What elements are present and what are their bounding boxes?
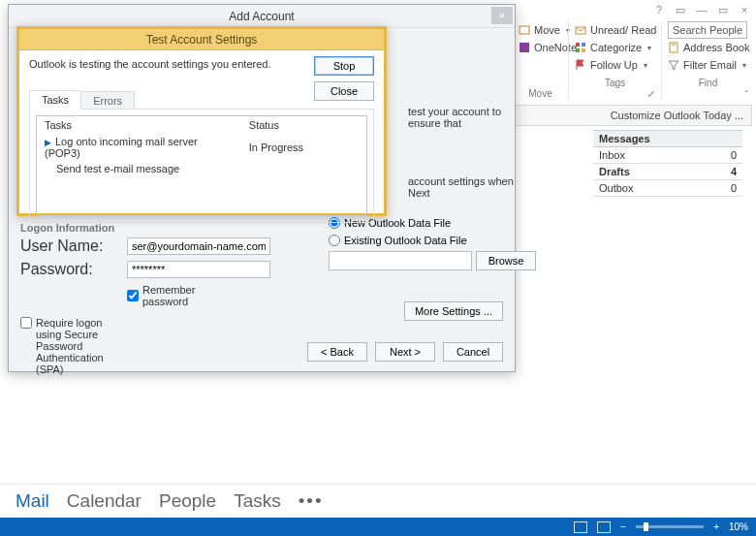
filter-email-button[interactable]: Filter Email▾ xyxy=(668,56,748,74)
nav-people[interactable]: People xyxy=(159,490,216,512)
svg-rect-3 xyxy=(576,43,580,47)
dialog-close-button[interactable]: × xyxy=(491,7,513,24)
hint-text-1: test your account to ensure that xyxy=(408,106,515,129)
more-settings-button[interactable]: More Settings ... xyxy=(404,301,503,321)
followup-button[interactable]: Follow Up▾ xyxy=(575,56,655,74)
wizard-buttons: < Back Next > Cancel xyxy=(307,342,503,362)
ribbon-group-move: Move▾ OneNote Move xyxy=(512,21,568,99)
svg-rect-4 xyxy=(582,43,585,47)
close-icon[interactable]: × xyxy=(739,4,750,16)
remember-password-checkbox[interactable]: Remember password xyxy=(127,284,234,307)
table-row: Inbox0 xyxy=(593,147,742,164)
view-reading-icon[interactable] xyxy=(597,521,611,533)
table-row: Send test e-mail message xyxy=(37,161,366,176)
group-label-find: Find xyxy=(668,76,748,88)
messages-heading: Messages xyxy=(593,130,742,147)
table-row: Outbox0 xyxy=(593,180,742,197)
password-input[interactable] xyxy=(127,261,270,278)
test-account-settings-dialog: Test Account Settings Outlook is testing… xyxy=(16,26,387,216)
test-tabstrip: Tasks Errors TasksStatus ▶Log onto incom… xyxy=(29,89,374,223)
back-button[interactable]: < Back xyxy=(307,342,367,362)
table-row: ▶Log onto incoming mail server (POP3)In … xyxy=(37,134,366,161)
table-row: Drafts4 xyxy=(593,164,742,180)
nav-mail[interactable]: Mail xyxy=(16,490,49,512)
logon-heading: Logon Information xyxy=(20,222,311,234)
onenote-button[interactable]: OneNote xyxy=(519,39,562,56)
logon-section: Logon Information User Name: Password: R… xyxy=(20,218,311,381)
svg-rect-5 xyxy=(576,48,580,52)
nav-calendar[interactable]: Calendar xyxy=(67,490,142,512)
test-dialog-title: Test Account Settings xyxy=(19,29,384,50)
data-file-path-input[interactable] xyxy=(329,251,472,270)
maximize-icon[interactable]: ▭ xyxy=(717,4,729,16)
stop-button[interactable]: Stop xyxy=(314,56,374,76)
status-bar: − + 10% xyxy=(0,518,756,536)
zoom-in-icon[interactable]: + xyxy=(713,521,719,532)
next-button[interactable]: Next > xyxy=(375,342,435,362)
move-button[interactable]: Move▾ xyxy=(519,21,562,39)
messages-table: Inbox0 Drafts4 Outbox0 xyxy=(593,147,742,197)
customize-outlook-today[interactable]: Customize Outlook Today ... xyxy=(514,105,752,126)
hint-text-2: account settings when Next xyxy=(408,175,515,199)
col-status: Status xyxy=(241,116,366,134)
group-label-move: Move xyxy=(519,86,562,99)
unread-read-button[interactable]: Unread/ Read xyxy=(575,21,655,39)
password-label: Password: xyxy=(20,261,127,278)
ribbon-group-tags: Unread/ Read Categorize▾ Follow Up▾ Tags… xyxy=(568,21,661,99)
tags-expand-icon[interactable]: ⤢ xyxy=(575,89,655,99)
help-icon[interactable]: ? xyxy=(653,4,665,16)
address-book-button[interactable]: Address Book xyxy=(668,39,748,56)
find-expand-icon[interactable]: ˆ xyxy=(668,89,748,99)
cancel-button[interactable]: Cancel xyxy=(443,342,503,362)
dialog-titlebar: Add Account × xyxy=(9,5,515,28)
spa-checkbox[interactable]: Require logon using Secure Password Auth… xyxy=(20,317,127,375)
radio-existing-data-file[interactable]: Existing Outlook Data File xyxy=(329,232,507,249)
zoom-out-icon[interactable]: − xyxy=(620,521,626,532)
tab-tasks[interactable]: Tasks xyxy=(29,90,81,110)
svg-rect-0 xyxy=(520,26,529,34)
nav-more[interactable]: ••• xyxy=(299,490,324,512)
view-normal-icon[interactable] xyxy=(574,521,587,533)
zoom-slider[interactable] xyxy=(636,525,704,528)
ribbon-toggle-icon[interactable]: ▭ xyxy=(675,4,686,16)
categorize-button[interactable]: Categorize▾ xyxy=(575,39,655,56)
nav-bar: Mail Calendar People Tasks ••• xyxy=(0,484,756,518)
user-name-label: User Name: xyxy=(20,237,127,255)
svg-rect-1 xyxy=(520,43,529,52)
col-tasks: Tasks xyxy=(37,116,241,134)
search-people-input[interactable] xyxy=(668,21,747,39)
add-account-dialog: Add Account × test your account to ensur… xyxy=(8,4,516,372)
svg-rect-6 xyxy=(582,48,585,52)
nav-tasks[interactable]: Tasks xyxy=(234,490,281,512)
zoom-level: 10% xyxy=(729,521,748,532)
group-label-tags: Tags xyxy=(575,76,655,88)
minimize-icon[interactable]: — xyxy=(696,4,708,16)
in-progress-arrow-icon: ▶ xyxy=(45,138,51,147)
user-name-input[interactable] xyxy=(127,237,270,255)
messages-panel: Messages Inbox0 Drafts4 Outbox0 xyxy=(593,130,742,197)
tab-errors[interactable]: Errors xyxy=(80,91,135,109)
browse-button[interactable]: Browse xyxy=(476,251,536,270)
dialog-title: Add Account xyxy=(229,10,294,23)
ribbon-group-find: Address Book Filter Email▾ Find ˆ xyxy=(661,21,754,99)
